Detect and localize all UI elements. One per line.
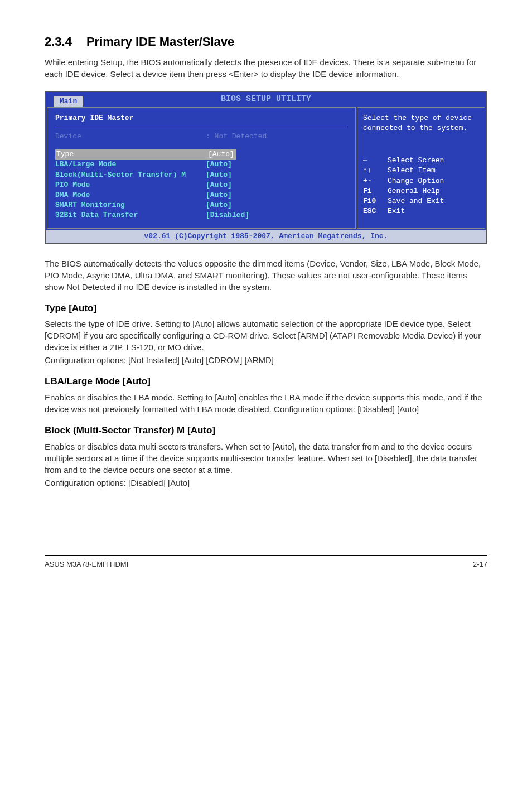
bios-setting-row[interactable]: LBA/Large Mode [Auto] bbox=[55, 160, 347, 170]
bios-setting-label: SMART Monitoring bbox=[55, 200, 206, 210]
type-paragraph-2: Configuration options: [Not Installed] [… bbox=[45, 354, 487, 366]
bios-key-action: Select Screen bbox=[388, 156, 444, 166]
lba-paragraph: Enables or disables the LBA mode. Settin… bbox=[45, 392, 487, 415]
bios-key-row: F1General Help bbox=[363, 186, 479, 196]
block-paragraph-1: Enables or disables data multi-sectors t… bbox=[45, 441, 487, 476]
bios-setting-value: [Auto] bbox=[206, 200, 232, 210]
bios-setting-label: PIO Mode bbox=[55, 180, 206, 190]
bios-key-action: Exit bbox=[388, 206, 405, 216]
bios-tab-main[interactable]: Main bbox=[54, 96, 83, 107]
bios-setting-value: [Auto] bbox=[206, 180, 232, 190]
bios-device-value: : Not Detected bbox=[206, 132, 267, 142]
bios-key-row: ←Select Screen bbox=[363, 156, 479, 166]
bios-titlebar: Main BIOS SETUP UTILITY bbox=[46, 92, 486, 106]
bios-key-row: ESCExit bbox=[363, 206, 479, 216]
bios-key-row: ↑↓Select Item bbox=[363, 166, 479, 176]
bios-setting-label: LBA/Large Mode bbox=[55, 160, 206, 170]
bios-footer: v02.61 (C)Copyright 1985-2007, American … bbox=[46, 230, 486, 243]
type-heading: Type [Auto] bbox=[45, 302, 487, 315]
bios-key-action: Save and Exit bbox=[388, 196, 444, 206]
footer-left: ASUS M3A78-EMH HDMI bbox=[45, 559, 128, 569]
bios-setting-row[interactable]: 32Bit Data Transfer [Disabled] bbox=[55, 210, 347, 220]
arrow-left-icon: ← bbox=[363, 156, 388, 166]
bios-left-panel: Primary IDE Master Device : Not Detected… bbox=[47, 107, 356, 229]
bios-setting-row[interactable]: Type [Auto] bbox=[55, 149, 347, 160]
type-paragraph-1: Selects the type of IDE drive. Setting t… bbox=[45, 318, 487, 353]
bios-setting-row[interactable]: SMART Monitoring [Auto] bbox=[55, 200, 347, 210]
bios-setting-value: [Auto] bbox=[206, 160, 232, 170]
bios-right-panel: Select the type of device connected to t… bbox=[357, 107, 485, 229]
bios-device-row: Device : Not Detected bbox=[55, 132, 347, 142]
footer-right: 2-17 bbox=[473, 559, 487, 569]
bios-setting-value: [Auto] bbox=[206, 170, 232, 180]
bios-key-row: +-Change Option bbox=[363, 176, 479, 186]
bios-key-action: Change Option bbox=[388, 176, 444, 186]
bios-setting-value: [Auto] bbox=[206, 149, 236, 160]
bios-setting-label: Block(Multi-Sector Transfer) M bbox=[55, 170, 206, 180]
page-footer: ASUS M3A78-EMH HDMI 2-17 bbox=[45, 555, 487, 569]
arrow-updown-icon: ↑↓ bbox=[363, 166, 388, 176]
bios-setting-value: [Auto] bbox=[206, 190, 232, 200]
lba-heading: LBA/Large Mode [Auto] bbox=[45, 375, 487, 388]
block-heading: Block (Multi-Sector Transfer) M [Auto] bbox=[45, 424, 487, 437]
bios-key: F10 bbox=[363, 196, 388, 206]
bios-key: F1 bbox=[363, 186, 388, 196]
bios-setting-label: Type bbox=[56, 149, 205, 160]
bios-setting-row[interactable]: DMA Mode [Auto] bbox=[55, 190, 347, 200]
bios-key: +- bbox=[363, 176, 388, 186]
section-title: Primary IDE Master/Slave bbox=[86, 35, 234, 49]
bios-key-row: F10Save and Exit bbox=[363, 196, 479, 206]
bios-device-label: Device bbox=[55, 132, 206, 142]
block-paragraph-2: Configuration options: [Disabled] [Auto] bbox=[45, 477, 487, 489]
bios-key: ESC bbox=[363, 206, 388, 216]
bios-help-text: Select the type of device connected to t… bbox=[363, 113, 479, 133]
bios-setting-value: [Disabled] bbox=[206, 210, 249, 220]
bios-key-action: General Help bbox=[388, 186, 440, 196]
section-number: 2.3.4 bbox=[45, 33, 72, 51]
bios-key-legend: ←Select Screen ↑↓Select Item +-Change Op… bbox=[363, 156, 479, 216]
bios-key-action: Select Item bbox=[388, 166, 436, 176]
bios-title: BIOS SETUP UTILITY bbox=[221, 94, 311, 104]
bios-setting-row[interactable]: Block(Multi-Sector Transfer) M [Auto] bbox=[55, 170, 347, 180]
bios-setting-label: DMA Mode bbox=[55, 190, 206, 200]
bios-panel-title: Primary IDE Master bbox=[55, 113, 347, 123]
after-bios-paragraph: The BIOS automatically detects the value… bbox=[45, 258, 487, 293]
bios-setting-row[interactable]: PIO Mode [Auto] bbox=[55, 180, 347, 190]
divider bbox=[55, 127, 347, 127]
bios-setting-label: 32Bit Data Transfer bbox=[55, 210, 206, 220]
section-intro: While entering Setup, the BIOS automatic… bbox=[45, 56, 487, 80]
section-heading: 2.3.4Primary IDE Master/Slave bbox=[45, 33, 487, 51]
bios-screenshot: Main BIOS SETUP UTILITY Primary IDE Mast… bbox=[45, 91, 487, 244]
